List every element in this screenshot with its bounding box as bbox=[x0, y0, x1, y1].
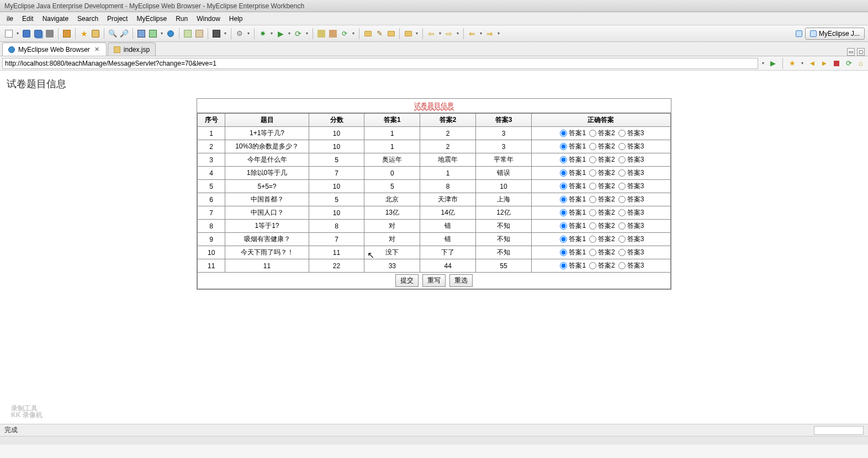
dropdown-icon[interactable]: ▾ bbox=[800, 61, 805, 66]
close-tab-icon[interactable]: ✕ bbox=[93, 46, 100, 53]
deploy-icon[interactable] bbox=[136, 28, 147, 39]
back-history-icon[interactable]: ⇐ bbox=[467, 28, 478, 39]
answer-radio[interactable] bbox=[589, 156, 596, 163]
answer-radio[interactable] bbox=[560, 222, 567, 230]
answer-radio[interactable] bbox=[560, 183, 567, 190]
menu-item-ile[interactable]: ile bbox=[2, 13, 18, 24]
answer-radio[interactable] bbox=[589, 183, 596, 190]
server-icon[interactable] bbox=[147, 28, 158, 39]
new-icon[interactable] bbox=[3, 28, 14, 39]
answer-radio[interactable] bbox=[589, 196, 596, 203]
menu-item-window[interactable]: Window bbox=[192, 13, 225, 24]
answer-radio[interactable] bbox=[589, 130, 596, 137]
import-icon[interactable] bbox=[182, 28, 193, 39]
answer-radio[interactable] bbox=[618, 236, 626, 243]
answer-radio[interactable] bbox=[560, 156, 567, 163]
answer-radio[interactable] bbox=[560, 196, 567, 203]
refresh-icon[interactable]: ⟳ bbox=[339, 28, 350, 39]
prev-annotation-icon[interactable]: ⇦ bbox=[426, 28, 437, 39]
star-icon[interactable]: ★ bbox=[78, 28, 89, 39]
globe-icon[interactable] bbox=[165, 28, 176, 39]
search-icon[interactable]: 🔍 bbox=[107, 28, 118, 39]
reselect-button[interactable]: 重选 bbox=[449, 274, 473, 287]
answer-radio[interactable] bbox=[618, 183, 626, 190]
answer-radio[interactable] bbox=[589, 262, 596, 269]
perspective-button[interactable]: MyEclipse J... bbox=[805, 28, 865, 40]
new-dropdown-icon[interactable]: ▾ bbox=[15, 31, 20, 36]
editor-tab[interactable]: index.jsp bbox=[108, 42, 156, 56]
menu-item-help[interactable]: Help bbox=[225, 13, 247, 24]
answer-radio[interactable] bbox=[618, 262, 626, 269]
dropdown-icon[interactable]: ▾ bbox=[287, 31, 292, 36]
open-perspective-icon[interactable] bbox=[793, 28, 805, 39]
answer-radio[interactable] bbox=[618, 209, 626, 216]
minimize-editor-icon[interactable]: ▭ bbox=[847, 48, 855, 56]
answer-radio[interactable] bbox=[618, 249, 626, 256]
answer-radio[interactable] bbox=[618, 196, 626, 203]
print-icon[interactable] bbox=[44, 28, 55, 39]
answer-radio[interactable] bbox=[560, 249, 567, 256]
server-dropdown-icon[interactable]: ▾ bbox=[159, 31, 165, 36]
answer-radio[interactable] bbox=[589, 169, 596, 177]
home-icon[interactable]: ⌂ bbox=[856, 58, 866, 68]
maximize-editor-icon[interactable]: ▢ bbox=[857, 48, 865, 56]
tool2-icon[interactable] bbox=[327, 28, 338, 39]
answer-radio[interactable] bbox=[618, 130, 626, 137]
dropdown-icon[interactable]: ▾ bbox=[246, 31, 251, 36]
reload-icon[interactable]: ⟳ bbox=[844, 58, 854, 68]
dropdown-icon[interactable]: ▾ bbox=[455, 31, 461, 36]
favorite-icon[interactable]: ★ bbox=[787, 58, 797, 68]
pencil-icon[interactable]: ✎ bbox=[374, 28, 385, 39]
zoom-icon[interactable]: 🔎 bbox=[119, 28, 130, 39]
submit-button[interactable]: 提交 bbox=[395, 274, 419, 287]
dropdown-icon[interactable]: ▾ bbox=[269, 31, 274, 36]
gear-icon[interactable]: ⚙ bbox=[234, 28, 245, 39]
url-input[interactable] bbox=[2, 58, 758, 69]
dropdown-icon[interactable]: ▾ bbox=[351, 31, 356, 36]
save-all-icon[interactable] bbox=[33, 28, 44, 39]
folder-icon[interactable] bbox=[362, 28, 373, 39]
answer-radio[interactable] bbox=[618, 222, 626, 230]
answer-radio[interactable] bbox=[618, 156, 626, 163]
answer-radio[interactable] bbox=[560, 209, 567, 216]
menu-item-run[interactable]: Run bbox=[171, 13, 192, 24]
go-icon[interactable]: ▶ bbox=[768, 58, 778, 68]
dropdown-icon[interactable]: ▾ bbox=[414, 31, 420, 36]
menu-item-project[interactable]: Project bbox=[103, 13, 132, 24]
db-icon[interactable] bbox=[90, 28, 101, 39]
tool1-icon[interactable] bbox=[316, 28, 327, 39]
answer-radio[interactable] bbox=[589, 209, 596, 216]
screenshot-icon[interactable] bbox=[211, 28, 222, 39]
answer-radio[interactable] bbox=[589, 143, 596, 150]
debug-icon[interactable]: ✸ bbox=[257, 28, 268, 39]
answer-radio[interactable] bbox=[560, 130, 567, 137]
back-icon[interactable]: ◄ bbox=[807, 58, 817, 68]
package-icon[interactable] bbox=[61, 28, 72, 39]
answer-radio[interactable] bbox=[589, 222, 596, 230]
editor-tab[interactable]: MyEclipse Web Browser✕ bbox=[2, 42, 107, 56]
nav-folder-icon[interactable] bbox=[403, 28, 414, 39]
answer-radio[interactable] bbox=[560, 143, 567, 150]
menu-item-myeclipse[interactable]: MyEclipse bbox=[132, 13, 171, 24]
export-icon[interactable] bbox=[194, 28, 205, 39]
dropdown-icon[interactable]: ▾ bbox=[304, 31, 310, 36]
run-config-icon[interactable]: ⟳ bbox=[293, 28, 304, 39]
answer-radio[interactable] bbox=[560, 262, 567, 269]
answer-radio[interactable] bbox=[560, 169, 567, 177]
forward-icon[interactable]: ► bbox=[819, 58, 829, 68]
dropdown-icon[interactable]: ▾ bbox=[223, 31, 228, 36]
next-annotation-icon[interactable]: ⇨ bbox=[443, 28, 454, 39]
save-icon[interactable] bbox=[21, 28, 32, 39]
answer-radio[interactable] bbox=[618, 169, 626, 177]
stop-icon[interactable] bbox=[832, 58, 841, 68]
rewrite-button[interactable]: 重写 bbox=[422, 274, 446, 287]
answer-radio[interactable] bbox=[618, 143, 626, 150]
answer-radio[interactable] bbox=[589, 249, 596, 256]
run-icon[interactable]: ▶ bbox=[275, 28, 286, 39]
dropdown-icon[interactable]: ▾ bbox=[478, 31, 484, 36]
menu-item-search[interactable]: Search bbox=[73, 13, 103, 24]
menu-item-edit[interactable]: Edit bbox=[18, 13, 38, 24]
forward-history-icon[interactable]: ⇒ bbox=[484, 28, 495, 39]
url-dropdown-icon[interactable]: ▾ bbox=[760, 61, 766, 66]
dropdown-icon[interactable]: ▾ bbox=[437, 31, 443, 36]
